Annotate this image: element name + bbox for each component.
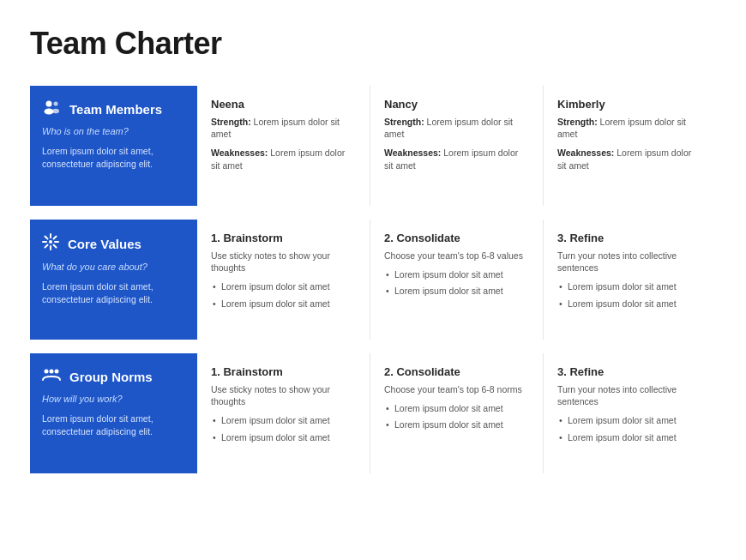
core-values-col-3: 3. RefineTurn your notes into collective… bbox=[543, 220, 716, 340]
group-norms-col-3-subheading: Turn your notes into collective sentence… bbox=[557, 383, 702, 407]
field-item: Strength: Lorem ipsum dolor sit amet bbox=[557, 116, 702, 140]
group-norms-body-text: Lorem ipsum dolor sit amet, consectetuer… bbox=[42, 412, 185, 437]
section-group-norms: Group NormsHow will you work?Lorem ipsum… bbox=[30, 353, 716, 473]
bullet-item: Lorem ipsum dolor sit amet bbox=[211, 431, 356, 443]
group-norms-col-2-heading: 2. Consolidate bbox=[384, 365, 529, 378]
team-members-col-1-heading: Neena bbox=[211, 98, 356, 111]
group-norms-col-1-subheading: Use sticky notes to show your thoughts bbox=[211, 383, 356, 407]
core-values-title: Core Values bbox=[68, 237, 141, 251]
group-norms-icon bbox=[42, 367, 61, 387]
team-members-subtitle: Who is on the team? bbox=[42, 126, 129, 136]
svg-point-14 bbox=[50, 370, 54, 374]
group-norms-col-3-heading: 3. Refine bbox=[557, 365, 702, 378]
svg-point-13 bbox=[45, 370, 49, 374]
core-values-col-1: 1. BrainstormUse sticky notes to show yo… bbox=[197, 220, 370, 340]
core-values-subtitle: What do you care about? bbox=[42, 262, 147, 272]
section-team-members: Team MembersWho is on the team?Lorem ips… bbox=[30, 86, 716, 206]
field-item: Strength: Lorem ipsum dolor sit amet bbox=[384, 116, 529, 140]
bullet-item: Lorem ipsum dolor sit amet bbox=[211, 298, 356, 310]
field-item: Weaknesses: Lorem ipsum dolor sit amet bbox=[557, 147, 702, 171]
core-values-col-1-subheading: Use sticky notes to show your thoughts bbox=[211, 250, 356, 274]
bullet-item: Lorem ipsum dolor sit amet bbox=[211, 280, 356, 292]
team-members-body-text: Lorem ipsum dolor sit amet, consectetuer… bbox=[42, 145, 185, 170]
bullet-item: Lorem ipsum dolor sit amet bbox=[557, 414, 702, 426]
core-values-col-3-subheading: Turn your notes into collective sentence… bbox=[557, 250, 702, 274]
svg-point-4 bbox=[49, 240, 52, 244]
group-norms-col-2: 2. ConsolidateChoose your team's top 6-8… bbox=[370, 353, 543, 473]
team-members-icon bbox=[42, 99, 61, 119]
core-values-col-1-bullets: Lorem ipsum dolor sit ametLorem ipsum do… bbox=[211, 280, 356, 309]
svg-line-11 bbox=[54, 237, 57, 239]
section-core-values: Core ValuesWhat do you care about?Lorem … bbox=[30, 220, 716, 340]
group-norms-col-1: 1. BrainstormUse sticky notes to show yo… bbox=[197, 353, 370, 473]
svg-point-1 bbox=[45, 109, 54, 115]
svg-line-10 bbox=[54, 245, 57, 248]
bullet-item: Lorem ipsum dolor sit amet bbox=[384, 402, 529, 414]
core-values-col-2-heading: 2. Consolidate bbox=[384, 232, 529, 244]
core-values-body-text: Lorem ipsum dolor sit amet, consectetuer… bbox=[42, 280, 185, 305]
core-values-col-3-heading: 3. Refine bbox=[557, 232, 702, 244]
svg-point-3 bbox=[52, 109, 59, 114]
core-values-col-2-subheading: Choose your team's top 6-8 values bbox=[384, 250, 529, 262]
core-values-col-1-heading: 1. Brainstorm bbox=[211, 232, 356, 244]
bullet-item: Lorem ipsum dolor sit amet bbox=[384, 418, 529, 431]
core-values-col-2: 2. ConsolidateChoose your team's top 6-8… bbox=[370, 220, 543, 340]
svg-point-0 bbox=[46, 101, 52, 107]
field-item: Weaknesses: Lorem ipsum dolor sit amet bbox=[384, 147, 529, 171]
bullet-item: Lorem ipsum dolor sit amet bbox=[557, 298, 702, 310]
group-norms-subtitle: How will you work? bbox=[42, 394, 123, 404]
group-norms-col-3-bullets: Lorem ipsum dolor sit ametLorem ipsum do… bbox=[557, 414, 702, 443]
bullet-item: Lorem ipsum dolor sit amet bbox=[557, 431, 702, 443]
svg-point-2 bbox=[54, 102, 58, 106]
team-members-col-2-heading: Nancy bbox=[384, 98, 529, 111]
core-values-icon bbox=[42, 233, 59, 255]
bullet-item: Lorem ipsum dolor sit amet bbox=[384, 268, 529, 280]
group-norms-col-2-subheading: Choose your team's top 6-8 norms bbox=[384, 383, 529, 395]
group-norms-col-2-bullets: Lorem ipsum dolor sit ametLorem ipsum do… bbox=[384, 402, 529, 431]
team-members-col-3: KimberlyStrength: Lorem ipsum dolor sit … bbox=[543, 86, 716, 206]
group-norms-col-3: 3. RefineTurn your notes into collective… bbox=[543, 353, 716, 473]
page-title: Team Charter bbox=[30, 26, 716, 62]
team-members-col-1: NeenaStrength: Lorem ipsum dolor sit ame… bbox=[197, 86, 370, 206]
field-item: Strength: Lorem ipsum dolor sit amet bbox=[211, 116, 356, 140]
team-members-title: Team Members bbox=[69, 102, 162, 117]
svg-point-15 bbox=[55, 370, 59, 374]
group-norms-title: Group Norms bbox=[69, 370, 153, 384]
group-norms-col-1-bullets: Lorem ipsum dolor sit ametLorem ipsum do… bbox=[211, 414, 356, 443]
group-norms-col-1-heading: 1. Brainstorm bbox=[211, 365, 356, 378]
team-members-col-3-heading: Kimberly bbox=[557, 98, 702, 111]
bullet-item: Lorem ipsum dolor sit amet bbox=[557, 280, 702, 292]
bullet-item: Lorem ipsum dolor sit amet bbox=[384, 285, 529, 297]
svg-line-9 bbox=[45, 237, 48, 239]
core-values-col-3-bullets: Lorem ipsum dolor sit ametLorem ipsum do… bbox=[557, 280, 702, 309]
field-item: Weaknesses: Lorem ipsum dolor sit amet bbox=[211, 147, 356, 171]
team-members-col-2: NancyStrength: Lorem ipsum dolor sit ame… bbox=[370, 86, 543, 206]
core-values-col-2-bullets: Lorem ipsum dolor sit ametLorem ipsum do… bbox=[384, 268, 529, 297]
svg-line-12 bbox=[45, 245, 48, 248]
bullet-item: Lorem ipsum dolor sit amet bbox=[211, 414, 356, 426]
